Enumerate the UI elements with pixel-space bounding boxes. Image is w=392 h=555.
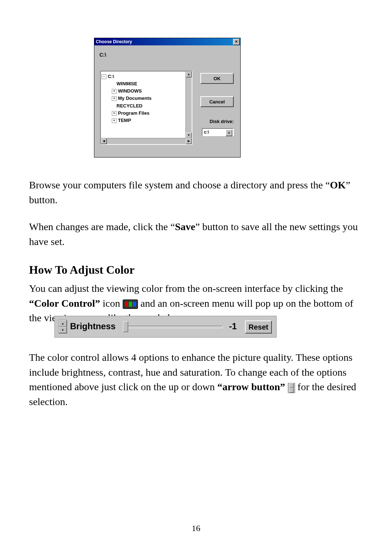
collapse-icon[interactable]: − xyxy=(102,74,106,79)
expand-icon[interactable]: + xyxy=(112,96,117,101)
dialog-titlebar: Choose Directory ✕ xyxy=(94,38,240,45)
horizontal-scrollbar[interactable]: ◀ ▶ xyxy=(101,138,192,144)
scroll-left-icon[interactable]: ◀ xyxy=(101,138,107,144)
tree-node[interactable]: WIN98SE xyxy=(102,80,191,87)
expand-icon[interactable]: + xyxy=(112,111,117,116)
disk-drive-label: Disk drive: xyxy=(210,119,234,124)
color-control-icon xyxy=(123,299,138,309)
scroll-up-icon[interactable]: ▲ xyxy=(186,72,192,77)
arrow-down-icon[interactable]: ▼ xyxy=(59,327,67,333)
scroll-down-icon[interactable]: ▼ xyxy=(186,132,192,138)
arrow-button-icon xyxy=(288,383,295,393)
tree-node[interactable]: +My Documents xyxy=(102,95,191,102)
page-number: 16 xyxy=(0,523,392,533)
paragraph: When changes are made, click the “Save” … xyxy=(29,220,363,249)
option-stepper[interactable]: ▲ ▼ xyxy=(58,320,67,334)
expand-icon[interactable]: + xyxy=(112,118,117,123)
dialog-title: Choose Directory xyxy=(96,39,132,44)
slider-thumb[interactable] xyxy=(123,321,128,332)
brightness-value: -1 xyxy=(229,321,237,331)
current-path: C:\ xyxy=(99,52,235,58)
ok-button[interactable]: OK xyxy=(200,73,234,84)
paragraph: Browse your computers file system and ch… xyxy=(29,178,363,207)
tree-node[interactable]: +TEMP xyxy=(102,117,191,124)
reset-button[interactable]: Reset xyxy=(245,321,272,334)
brightness-slider[interactable] xyxy=(124,326,222,328)
close-icon[interactable]: ✕ xyxy=(233,39,240,45)
directory-tree[interactable]: −C:\ WIN98SE +WINDOWS +My Documents RECY… xyxy=(100,71,192,145)
tree-node[interactable]: +Program Files xyxy=(102,110,191,117)
section-heading: How To Adjust Color xyxy=(29,263,135,277)
expand-icon[interactable]: + xyxy=(112,89,117,94)
paragraph: The color control allows 4 options to en… xyxy=(29,350,363,409)
brightness-bar: ▲ ▼ Brightness -1 Reset xyxy=(54,316,277,338)
cancel-button[interactable]: Cancel xyxy=(200,96,234,107)
arrow-up-icon[interactable]: ▲ xyxy=(59,320,67,327)
tree-root[interactable]: −C:\ xyxy=(102,73,191,80)
disk-drive-select[interactable]: c:\ ▼ xyxy=(202,128,234,136)
scroll-right-icon[interactable]: ▶ xyxy=(186,138,192,144)
brightness-label: Brightness xyxy=(70,321,115,331)
vertical-scrollbar[interactable]: ▲ ▼ xyxy=(185,72,192,138)
tree-node[interactable]: RECYCLED xyxy=(102,102,191,110)
choose-directory-dialog: Choose Directory ✕ C:\ −C:\ WIN98SE +WIN… xyxy=(94,38,241,158)
chevron-down-icon[interactable]: ▼ xyxy=(226,130,232,136)
tree-node[interactable]: +WINDOWS xyxy=(102,87,191,95)
